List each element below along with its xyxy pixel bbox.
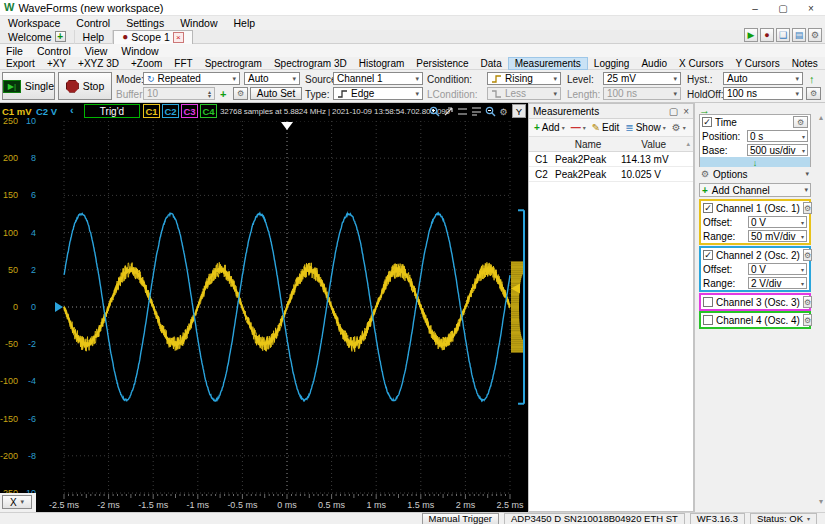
edit-measurement-button[interactable]: ✎ Edit bbox=[590, 120, 622, 135]
device-info[interactable]: ADP3450 D SN210018B04920 ETH ST bbox=[504, 513, 685, 524]
view-add-xy[interactable]: +XY bbox=[41, 57, 72, 70]
view-logging[interactable]: Logging bbox=[588, 57, 636, 70]
channel-badge-c3[interactable]: C3 bbox=[181, 104, 198, 118]
show-measurement-button[interactable]: ≣ Show ▾ bbox=[623, 120, 667, 135]
close-panel-icon[interactable]: × bbox=[683, 106, 689, 117]
auto-set-button[interactable]: Auto Set bbox=[250, 87, 302, 100]
arrow-up-icon[interactable]: ↑ bbox=[809, 73, 815, 85]
channel-1-offset-select[interactable]: 0 V▾ bbox=[748, 216, 807, 228]
time-settings-button[interactable]: ⚙ bbox=[793, 116, 808, 128]
view-add-zoom[interactable]: +Zoom bbox=[125, 57, 168, 70]
zoom-in-icon[interactable] bbox=[428, 105, 441, 118]
channel-2-settings-button[interactable]: ⚙ bbox=[803, 249, 812, 261]
scope-menu-window[interactable]: Window bbox=[121, 45, 158, 57]
channel-1-checkbox[interactable]: ✓ bbox=[703, 203, 713, 213]
tab-scope-1[interactable]: ● Scope 1 × bbox=[113, 30, 193, 44]
source-select[interactable]: Channel 1▾ bbox=[333, 72, 423, 85]
menu-window[interactable]: Window bbox=[180, 17, 217, 29]
channel-badge-c2[interactable]: C2 bbox=[162, 104, 179, 118]
scope-menu-view[interactable]: View bbox=[85, 45, 108, 57]
view-audio[interactable]: Audio bbox=[635, 57, 673, 70]
status-indicator[interactable]: Status: OK ▾ bbox=[750, 513, 817, 524]
app-settings-button[interactable]: ⚙ bbox=[808, 28, 822, 42]
channel-4-checkbox[interactable] bbox=[703, 315, 713, 325]
channel-badge-c4[interactable]: C4 bbox=[200, 104, 217, 118]
remove-measurement-button[interactable]: — ▾ bbox=[569, 120, 588, 135]
tab-help[interactable]: Help bbox=[75, 30, 114, 44]
view-x-cursors[interactable]: X Cursors bbox=[673, 57, 729, 70]
menu-settings[interactable]: Settings bbox=[126, 17, 164, 29]
y-zoom-button[interactable]: Y bbox=[512, 104, 526, 118]
stepper-down-icon[interactable]: ▾ bbox=[208, 94, 211, 98]
view-spectrogram[interactable]: Spectrogram bbox=[199, 57, 268, 70]
channel-3-checkbox[interactable] bbox=[703, 297, 713, 307]
single-button[interactable]: ▶| Single bbox=[2, 72, 55, 100]
menu-help[interactable]: Help bbox=[234, 17, 256, 29]
holdoff-select[interactable]: 100 ns▾ bbox=[723, 87, 803, 100]
trigger-mode-select[interactable]: Auto▾ bbox=[244, 72, 300, 85]
scroll-up-icon[interactable]: ▴ bbox=[686, 140, 693, 148]
channel-3-settings-button[interactable]: ⚙ bbox=[803, 296, 812, 308]
channel-badge-c1[interactable]: C1 bbox=[143, 104, 160, 118]
channel-1-settings-button[interactable]: ⚙ bbox=[803, 202, 812, 214]
fit-height-icon[interactable] bbox=[456, 105, 469, 118]
float-panel-icon[interactable]: ▢ bbox=[669, 106, 678, 117]
options-row[interactable]: ⚙ Options ▾ bbox=[699, 167, 811, 181]
measurement-settings-button[interactable]: ⚙ ▾ bbox=[670, 120, 688, 135]
measurement-row[interactable]: C1 Peak2Peak 114.13 mV bbox=[529, 152, 693, 167]
channel-2-checkbox[interactable]: ✓ bbox=[703, 250, 713, 260]
channel-1-range-select[interactable]: 50 mV/div▾ bbox=[748, 230, 807, 242]
close-button[interactable]: × bbox=[797, 0, 825, 16]
manual-trigger-button[interactable]: Manual Trigger bbox=[422, 513, 499, 524]
tab-close-icon[interactable]: × bbox=[173, 32, 184, 43]
pan-cursor-icon[interactable] bbox=[442, 105, 455, 118]
level-select[interactable]: 25 mV▾ bbox=[603, 72, 681, 85]
scroll-up-icon[interactable]: ▴ bbox=[819, 113, 823, 122]
view-y-cursors[interactable]: Y Cursors bbox=[729, 57, 785, 70]
zoom-out-icon[interactable] bbox=[484, 105, 497, 118]
add-measurement-button[interactable]: + Add ▾ bbox=[532, 120, 567, 135]
channel-2-range-select[interactable]: 2 V/div▾ bbox=[748, 277, 807, 289]
view-histogram[interactable]: Histogram bbox=[353, 57, 411, 70]
workspace-list-button[interactable]: ▤ bbox=[792, 28, 806, 42]
scroll-down-icon[interactable]: ▾ bbox=[819, 497, 823, 506]
type-select[interactable]: Edge▾ bbox=[333, 87, 423, 100]
stop-all-button[interactable]: ● bbox=[760, 28, 774, 42]
fit-all-icon[interactable] bbox=[470, 105, 483, 118]
stop-button[interactable]: Stop bbox=[58, 72, 112, 100]
position-select[interactable]: 0 s▾ bbox=[747, 130, 808, 142]
time-checkbox[interactable]: ✓ bbox=[702, 117, 712, 127]
add-instrument-icon[interactable]: + bbox=[55, 31, 66, 42]
hysteresis-select[interactable]: Auto▾ bbox=[723, 72, 803, 85]
measurement-row[interactable]: C2 Peak2Peak 10.025 V bbox=[529, 167, 693, 182]
run-all-button[interactable]: ▶ bbox=[744, 28, 758, 42]
view-persistence[interactable]: Persistence bbox=[410, 57, 474, 70]
mode-select[interactable]: ↻ Repeated▾ bbox=[143, 72, 240, 85]
view-measurements[interactable]: Measurements bbox=[508, 57, 588, 70]
buffer-settings-button[interactable]: ⚙ bbox=[233, 87, 248, 100]
tab-welcome[interactable]: Welcome + bbox=[0, 30, 75, 44]
trigger-settings-button[interactable]: ⚙ bbox=[806, 87, 821, 100]
base-select[interactable]: 500 us/div▾ bbox=[747, 144, 808, 156]
waveform-plot[interactable] bbox=[38, 121, 527, 499]
scope-menu-file[interactable]: File bbox=[6, 45, 23, 57]
scope-menu-control[interactable]: Control bbox=[37, 45, 71, 57]
add-channel-button[interactable]: + Add Channel ▾ bbox=[699, 183, 811, 197]
condition-select[interactable]: Rising▾ bbox=[487, 72, 561, 85]
plot-settings-icon[interactable]: ⚙ bbox=[497, 105, 510, 118]
view-notes[interactable]: Notes bbox=[786, 57, 824, 70]
x-zoom-button[interactable]: X ▾ bbox=[2, 495, 32, 509]
view-fft[interactable]: FFT bbox=[168, 57, 198, 70]
menu-workspace[interactable]: Workspace bbox=[8, 17, 60, 29]
view-export[interactable]: Export bbox=[0, 57, 41, 70]
menu-control[interactable]: Control bbox=[76, 17, 110, 29]
add-buffer-icon[interactable]: + bbox=[220, 88, 226, 100]
channel-2-offset-select[interactable]: 0 V▾ bbox=[748, 263, 807, 275]
history-back-icon[interactable]: ‹ bbox=[70, 104, 74, 116]
view-data[interactable]: Data bbox=[475, 57, 508, 70]
minimize-button[interactable]: – bbox=[741, 0, 769, 16]
buffer-stepper[interactable]: 10 ▴▾ bbox=[143, 87, 215, 100]
maximize-button[interactable]: ▢ bbox=[769, 0, 797, 16]
view-spectrogram-3d[interactable]: Spectrogram 3D bbox=[268, 57, 353, 70]
workspace-stack-button[interactable]: ❑ bbox=[776, 28, 790, 42]
